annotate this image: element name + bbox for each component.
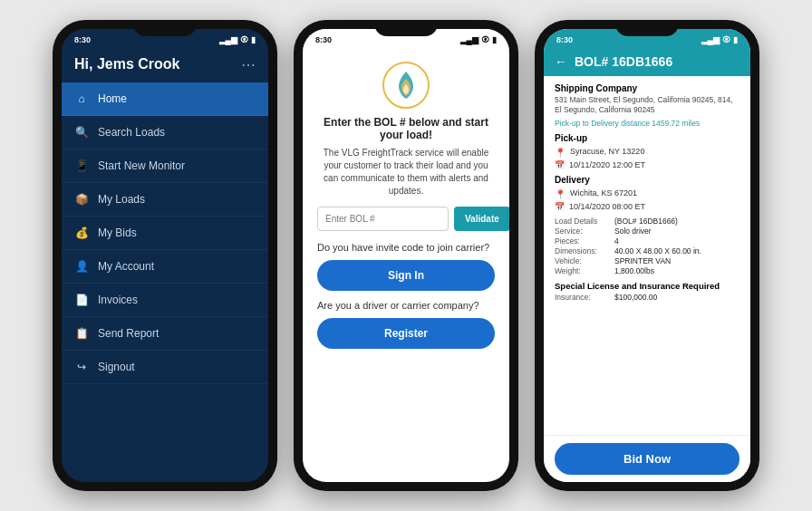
notch-3 (615, 20, 679, 36)
dimensions-label: Dimensions: (555, 246, 611, 256)
dimensions-value: 40.00 X 48.00 X 60.00 in. (614, 246, 701, 256)
bol-detail-header: ← BOL# 16DB1666 (544, 49, 750, 76)
back-arrow-icon[interactable]: ← (555, 54, 567, 69)
detail-content: Shipping Company 531 Main Street, El Seg… (544, 76, 750, 435)
menu-item-search-loads[interactable]: 🔍 Search Loads (62, 116, 268, 149)
menu-item-invoices[interactable]: 📄 Invoices (62, 284, 268, 317)
wifi-icon-3: ⦿ (722, 35, 730, 44)
load-details-section: Load Details (BOL# 16DB1666) Service: So… (555, 217, 740, 275)
battery-icon-2: ▮ (492, 35, 497, 44)
bol-input[interactable] (317, 207, 449, 231)
pickup-city-row: 📍 Syracuse, NY 13220 (555, 147, 740, 158)
pickup-location-icon: 📍 (555, 148, 566, 158)
service-label: Service: (555, 227, 611, 236)
weight-label: Weight: (555, 266, 611, 275)
bol-title: Enter the BOL # below and start your loa… (317, 116, 495, 141)
insurance-label: Insurance: (555, 293, 611, 302)
bol-input-row: Validate (317, 207, 495, 231)
battery-icon-1: ▮ (251, 35, 256, 44)
insurance-value: $100,000.00 (614, 293, 657, 302)
menu-item-account[interactable]: 👤 My Account (62, 250, 268, 284)
time-1: 8:30 (74, 35, 91, 44)
bol-number-title: BOL# 16DB1666 (575, 54, 672, 69)
bol-description: The VLG FreightTrack service will enable… (317, 147, 495, 198)
flame-logo (382, 62, 430, 109)
signal-icon-3: ▂▄▆ (701, 35, 720, 44)
menu-label-home: Home (98, 92, 127, 105)
shipping-address: 531 Main Street, El Segundo, California … (555, 95, 740, 115)
report-icon: 📋 (74, 326, 89, 341)
home-icon: ⌂ (74, 92, 89, 106)
delivery-calendar-icon: 📅 (555, 202, 565, 211)
signal-icon-2: ▂▄▆ (460, 35, 478, 44)
load-detail-service: Service: Solo driver (555, 227, 740, 236)
menu-label-loads: My Loads (98, 193, 145, 206)
signout-icon: ↪ (74, 360, 89, 374)
menu-dots-icon[interactable]: ⋯ (241, 56, 256, 73)
status-icons-1: ▂▄▆ ⦿ ▮ (219, 35, 256, 44)
menu-item-send-report[interactable]: 📋 Send Report (62, 317, 268, 351)
wifi-icon-1: ⦿ (240, 35, 248, 44)
menu-label-report: Send Report (98, 327, 159, 340)
menu-label-search: Search Loads (98, 126, 165, 139)
pieces-label: Pieces: (555, 236, 611, 246)
vehicle-value: SPRINTER VAN (614, 256, 671, 265)
bid-now-container: Bid Now (544, 435, 750, 482)
vehicle-label: Vehicle: (555, 256, 611, 265)
menu-item-my-loads[interactable]: 📦 My Loads (62, 183, 268, 217)
screen-2: 8:30 ▂▄▆ ⦿ ▮ Enter the BOL # below and s (303, 29, 509, 482)
phone-3: 8:30 ▂▄▆ ⦿ ▮ ← BOL# 16DB1666 Shipping Co… (535, 20, 759, 491)
load-detail-dimensions: Dimensions: 40.00 X 48.00 X 60.00 in. (555, 246, 740, 256)
status-icons-3: ▂▄▆ ⦿ ▮ (701, 35, 738, 44)
load-detail-vehicle: Vehicle: SPRINTER VAN (555, 256, 740, 265)
delivery-city: Wichita, KS 67201 (570, 188, 637, 198)
menu-list: ⌂ Home 🔍 Search Loads 📱 Start New Monito… (62, 82, 268, 482)
menu-item-my-bids[interactable]: 💰 My Bids (62, 217, 268, 250)
time-3: 8:30 (556, 35, 573, 44)
bid-now-button[interactable]: Bid Now (555, 443, 740, 475)
menu-label-account: My Account (98, 260, 154, 273)
screen-3: 8:30 ▂▄▆ ⦿ ▮ ← BOL# 16DB1666 Shipping Co… (544, 29, 750, 482)
load-details-label: Load Details (555, 217, 611, 226)
pickup-calendar-icon: 📅 (555, 160, 565, 169)
menu-header: Hi, Jems Crook ⋯ (62, 49, 268, 82)
pickup-city: Syracuse, NY 13220 (570, 147, 644, 156)
screen-1: 8:30 ▂▄▆ ⦿ ▮ Hi, Jems Crook ⋯ ⌂ Home (62, 29, 268, 482)
menu-label-signout: Signout (98, 361, 135, 373)
weight-value: 1,800.00lbs (614, 266, 654, 275)
time-2: 8:30 (315, 35, 332, 44)
menu-item-home[interactable]: ⌂ Home (62, 82, 268, 116)
menu-item-signout[interactable]: ↪ Signout (62, 351, 268, 384)
delivery-date-row: 📅 10/14/2020 08:00 ET (555, 202, 740, 211)
menu-item-new-monitor[interactable]: 📱 Start New Monitor (62, 149, 268, 183)
greeting: Hi, Jems Crook (74, 56, 179, 72)
delivery-label: Delivery (555, 175, 740, 185)
menu-label-monitor: Start New Monitor (98, 159, 185, 172)
special-title: Special License and Insurance Required (555, 281, 740, 291)
pieces-value: 4 (614, 236, 619, 246)
phones-container: 8:30 ▂▄▆ ⦿ ▮ Hi, Jems Crook ⋯ ⌂ Home (34, 2, 778, 509)
pickup-date-row: 📅 10/11/2020 12:00 ET (555, 160, 740, 169)
pickup-label: Pick-up (555, 133, 740, 143)
phone-1: 8:30 ▂▄▆ ⦿ ▮ Hi, Jems Crook ⋯ ⌂ Home (53, 20, 277, 491)
load-detail-bol: Load Details (BOL# 16DB1666) (555, 217, 740, 226)
validate-button[interactable]: Validate (454, 207, 509, 231)
special-section: Special License and Insurance Required I… (555, 281, 740, 302)
search-icon: 🔍 (74, 125, 89, 140)
distance-text: Pick-up to Delivery distance 1459.72 mil… (555, 119, 740, 128)
menu-label-bids: My Bids (98, 227, 137, 239)
delivery-date: 10/14/2020 08:00 ET (569, 202, 645, 211)
status-icons-2: ▂▄▆ ⦿ ▮ (460, 35, 497, 44)
register-button[interactable]: Register (317, 318, 495, 349)
pickup-date: 10/11/2020 12:00 ET (569, 160, 645, 169)
delivery-location-icon: 📍 (555, 189, 566, 199)
delivery-city-row: 📍 Wichita, KS 67201 (555, 188, 740, 199)
invite-question: Do you have invite code to join carrier? (317, 242, 495, 253)
signal-icon-1: ▂▄▆ (219, 35, 237, 44)
load-details-value: (BOL# 16DB1666) (614, 217, 678, 226)
load-detail-weight: Weight: 1,800.00lbs (555, 266, 740, 275)
sign-in-button[interactable]: Sign In (317, 260, 495, 291)
monitor-icon: 📱 (74, 159, 89, 173)
bol-content: Enter the BOL # below and start your loa… (303, 49, 509, 482)
load-detail-pieces: Pieces: 4 (555, 236, 740, 246)
